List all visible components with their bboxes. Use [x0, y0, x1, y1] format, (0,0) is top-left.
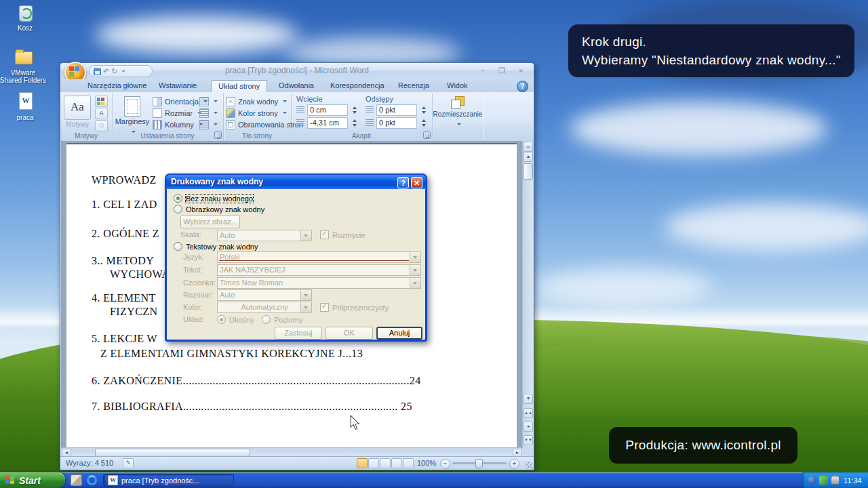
radio-picture-watermark[interactable]: Obrazkowy znak wodny [174, 205, 264, 214]
vertical-scroll-thumb[interactable] [524, 163, 533, 180]
tab-narzedzia-glowne[interactable]: Narzędzia główne [81, 80, 153, 92]
spacing-after-field[interactable]: 0 pkt [376, 117, 417, 129]
vertical-scrollbar[interactable]: ▭ ▲ ▼ ▲▲ ● ▼▼ [522, 141, 533, 447]
indent-left-field[interactable]: 0 cm [307, 104, 348, 116]
margins-icon [124, 96, 140, 117]
radio-diagonal[interactable]: Ukośny [217, 315, 254, 324]
ok-button[interactable]: OK [326, 327, 373, 340]
themes-icon: Aa [64, 96, 91, 120]
next-page-icon[interactable]: ▼▼ [524, 435, 533, 445]
washout-checkbox[interactable]: Rozmycie [320, 230, 365, 239]
group-page-setup: Marginesy Orientacja Rozmiar Kolumny [112, 94, 224, 140]
theme-fonts-icon[interactable]: A [95, 108, 108, 119]
themes-button[interactable]: Aa Motywy [62, 94, 92, 128]
dialog-titlebar[interactable]: Drukowany znak wodny [166, 175, 426, 189]
language-combo[interactable]: Polski [217, 251, 421, 263]
indent-right-spinner[interactable] [351, 118, 358, 128]
tab-korespondencja[interactable]: Korespondencja [323, 80, 391, 92]
outline-view-icon[interactable] [391, 458, 402, 468]
hyphenation-button[interactable] [199, 119, 218, 130]
hyphenation-icon [199, 120, 209, 129]
breaks-button[interactable] [199, 96, 218, 107]
print-layout-view-icon[interactable] [357, 458, 368, 468]
recycle-bin-icon [14, 1, 36, 23]
zoom-in-icon[interactable]: + [509, 459, 519, 469]
tab-uklad-strony[interactable]: Układ strony [211, 80, 267, 92]
radio-horizontal[interactable]: Poziomy [262, 315, 302, 324]
vmware-tools-tray-icon[interactable] [831, 476, 840, 485]
cloud [665, 203, 868, 251]
close-button[interactable]: × [513, 66, 528, 76]
word-titlebar[interactable]: ↶ ↻ praca [Tryb zgodności] - Microsoft W… [60, 63, 534, 80]
tray-sphere-icon[interactable] [808, 476, 816, 485]
tab-wstawianie[interactable]: Wstawianie [152, 80, 203, 92]
dialog-close-icon[interactable]: ✕ [411, 177, 422, 188]
font-combo[interactable]: Times New Roman [217, 277, 421, 289]
select-browse-object-icon[interactable]: ● [524, 422, 533, 432]
draft-view-icon[interactable] [403, 458, 414, 468]
spacing-before-field[interactable]: 0 pkt [376, 104, 417, 116]
quick-launch-mail-icon[interactable] [71, 474, 82, 486]
theme-colors-icon[interactable] [95, 96, 108, 107]
radio-no-watermark[interactable]: Bez znaku wodnego [174, 194, 253, 203]
page-borders-icon [226, 120, 235, 129]
scroll-up-icon[interactable]: ▲ [524, 152, 533, 162]
taskbar-clock[interactable]: 11:34 [844, 476, 862, 485]
indent-right-field[interactable]: -4,31 cm [307, 117, 348, 129]
arrange-button[interactable]: Rozmieszczanie [432, 96, 484, 130]
theme-effects-icon[interactable]: O [95, 120, 108, 131]
zoom-slider-thumb[interactable] [475, 459, 483, 468]
resize-grip[interactable] [526, 462, 532, 468]
text-combo[interactable]: JAK NAJSZYBCIEJ [217, 264, 421, 276]
web-layout-view-icon[interactable] [380, 458, 391, 468]
fullscreen-view-icon[interactable] [368, 458, 379, 468]
tab-odwolania[interactable]: Odwołania [272, 80, 321, 92]
tab-recenzja[interactable]: Recenzja [391, 80, 436, 92]
taskbar-word-button[interactable]: W praca [Tryb zgodnośc... [103, 474, 234, 487]
cancel-button[interactable]: Anuluj [376, 327, 422, 340]
themes-button-label: Motywy [62, 121, 92, 128]
radio-text-watermark[interactable]: Tekstowy znak wodny [174, 242, 258, 251]
desktop-icon-praca[interactable]: W praca [0, 91, 50, 121]
semitransparent-checkbox[interactable]: Półprzezroczysty [320, 303, 389, 312]
mouse-cursor [349, 415, 361, 431]
color-combo[interactable]: Automatyczny [217, 302, 312, 313]
dialog-launcher-icon[interactable] [423, 131, 431, 139]
desktop-icon-recycle-bin[interactable]: Kosz [0, 1, 50, 32]
select-picture-button[interactable]: Wybierz obraz... [180, 215, 240, 228]
arrange-label: Rozmieszczanie [432, 110, 484, 118]
help-icon[interactable]: ? [517, 81, 528, 92]
combo-arrow-icon [300, 302, 311, 312]
size-combo[interactable]: Auto [217, 289, 312, 301]
page-color-icon [226, 108, 235, 118]
previous-page-icon[interactable]: ▲▲ [524, 408, 533, 418]
word-count[interactable]: Wyrazy: 4 510 [66, 459, 113, 467]
desktop-icon-label: Kosz [0, 24, 50, 32]
tab-widok[interactable]: Widok [440, 80, 475, 92]
restore-button[interactable]: ❐ [494, 66, 509, 76]
start-button[interactable]: Start [0, 472, 65, 488]
chevron-down-icon [283, 100, 287, 102]
desktop-icon-vmware-shared-folders[interactable]: VMware Shared Folders [0, 46, 48, 84]
scale-combo[interactable]: Auto [217, 230, 312, 241]
spacing-header: Odstępy [366, 95, 427, 103]
scroll-down-icon[interactable]: ▼ [524, 394, 533, 404]
internet-explorer-icon[interactable] [87, 475, 97, 485]
apply-button[interactable]: Zastosuj [275, 327, 322, 340]
ruler-toggle-icon[interactable]: ▭ [524, 142, 533, 152]
radio-icon [262, 315, 271, 324]
spacing-before-spinner[interactable] [420, 105, 427, 115]
dialog-launcher-icon[interactable] [214, 131, 222, 139]
zoom-out-icon[interactable]: − [440, 459, 450, 469]
proofing-status-icon[interactable]: ✎ [123, 458, 134, 468]
indent-left-spinner[interactable] [351, 105, 358, 115]
spacing-after-spinner[interactable] [420, 118, 427, 128]
line-numbers-button[interactable] [199, 107, 218, 119]
dialog-help-icon[interactable]: ? [397, 177, 409, 188]
margins-label: Marginesy [115, 117, 150, 125]
cloud [95, 16, 298, 54]
minimize-button[interactable]: − [475, 66, 490, 76]
horizontal-scrollbar[interactable]: ◄ ► [61, 447, 523, 457]
tray-green-icon[interactable] [819, 476, 828, 485]
zoom-level[interactable]: 100% [417, 459, 436, 467]
